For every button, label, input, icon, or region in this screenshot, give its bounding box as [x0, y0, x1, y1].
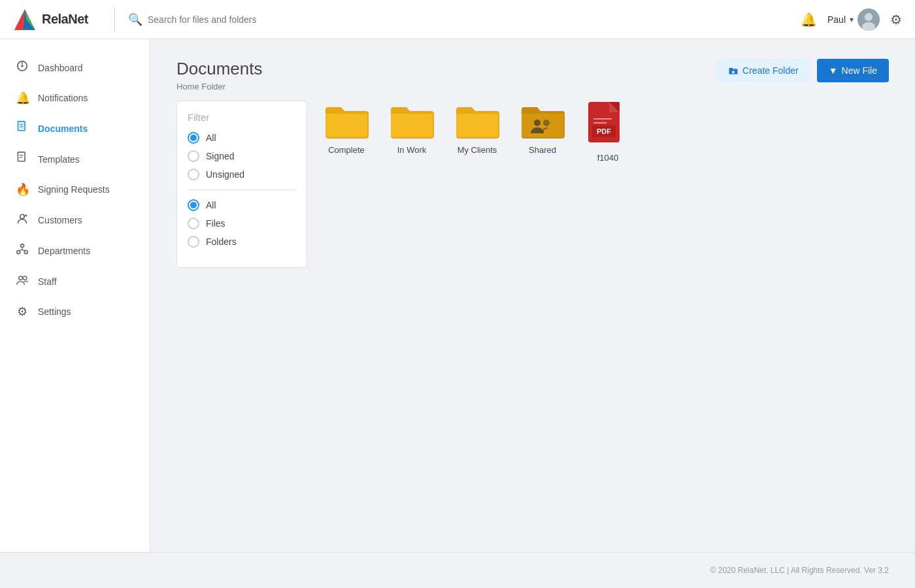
radio-files: [188, 218, 199, 229]
filter-files[interactable]: Files: [188, 218, 296, 229]
sidebar-item-staff[interactable]: Staff: [0, 266, 150, 297]
filter-all-type[interactable]: All: [188, 199, 296, 211]
filter-signed-label: Signed: [206, 151, 235, 161]
filter-divider: [188, 189, 296, 190]
sidebar-item-departments[interactable]: Departments: [0, 235, 150, 266]
file-icon: [16, 121, 29, 136]
folder-in-work[interactable]: In Work: [386, 101, 438, 163]
sidebar-item-signing-requests[interactable]: 🔥 Signing Requests: [0, 174, 150, 204]
user-menu[interactable]: Paul ▾: [827, 8, 880, 31]
svg-rect-14: [18, 152, 25, 161]
filter-folders[interactable]: Folders: [188, 236, 296, 248]
sidebar-label-staff: Staff: [38, 276, 57, 287]
notification-bell-icon[interactable]: 🔔: [801, 12, 817, 27]
folder-complete-icon: [323, 101, 370, 140]
svg-point-18: [25, 214, 27, 216]
create-folder-button[interactable]: Create Folder: [716, 59, 810, 82]
search-input[interactable]: [148, 14, 344, 25]
page-title-area: Documents Home Folder: [176, 59, 263, 91]
logo[interactable]: RelaNet: [13, 8, 88, 31]
customers-icon: [16, 212, 29, 227]
svg-point-29: [534, 120, 541, 126]
filter-unsigned[interactable]: Unsigned: [188, 169, 296, 180]
sidebar-item-notifications[interactable]: 🔔 Notifications: [0, 83, 150, 113]
layout: Dashboard 🔔 Notifications Documents Temp…: [0, 39, 915, 552]
new-file-label: New File: [842, 65, 877, 76]
create-folder-label: Create Folder: [742, 65, 799, 76]
folder-shared[interactable]: Shared: [516, 101, 569, 163]
new-file-arrow-icon: ▼: [829, 65, 838, 76]
page-header: Documents Home Folder Create Folder ▼ Ne…: [176, 59, 889, 91]
svg-line-24: [22, 250, 26, 251]
template-icon: [16, 152, 29, 167]
svg-point-20: [17, 250, 20, 253]
folder-in-work-label: In Work: [397, 145, 427, 155]
filter-title: Filter: [188, 112, 296, 123]
folder-complete-label: Complete: [328, 145, 365, 155]
radio-signed: [188, 150, 199, 162]
svg-point-26: [23, 276, 27, 280]
folder-in-work-icon: [388, 101, 435, 140]
folder-complete[interactable]: Complete: [320, 101, 373, 163]
header-right: 🔔 Paul ▾ ⚙: [801, 8, 902, 31]
folder-shared-icon: [519, 101, 566, 140]
logo-text: RelaNet: [42, 12, 88, 27]
sidebar-item-dashboard[interactable]: Dashboard: [0, 52, 150, 83]
content-area: Filter All Signed Unsigned: [176, 101, 889, 268]
svg-point-25: [19, 276, 23, 280]
radio-all-sig: [188, 132, 199, 144]
logo-icon: [13, 8, 37, 31]
svg-point-30: [543, 120, 550, 126]
main-content: Documents Home Folder Create Folder ▼ Ne…: [150, 39, 915, 552]
file-f1040-label: f1040: [597, 153, 619, 163]
filter-all-sig-label: All: [206, 133, 216, 143]
type-filter-group: All Files Folders: [188, 199, 296, 248]
sidebar-item-customers[interactable]: Customers: [0, 204, 150, 235]
sidebar-label-templates: Templates: [38, 154, 80, 165]
filter-files-label: Files: [206, 218, 225, 229]
user-name: Paul: [827, 14, 846, 25]
radio-unsigned: [188, 169, 199, 180]
folder-my-clients-label: My Clients: [458, 145, 497, 155]
sidebar-item-templates[interactable]: Templates: [0, 144, 150, 174]
new-file-button[interactable]: ▼ New File: [817, 59, 889, 82]
svg-point-6: [865, 13, 873, 21]
sidebar-label-documents: Documents: [38, 123, 88, 134]
search-icon: 🔍: [128, 12, 142, 27]
sidebar-item-documents[interactable]: Documents: [0, 113, 150, 144]
folder-shared-label: Shared: [529, 145, 556, 155]
svg-point-19: [21, 244, 24, 248]
radio-folders: [188, 236, 199, 248]
svg-point-21: [24, 250, 27, 253]
radio-all-type: [188, 199, 199, 211]
signature-filter-group: All Signed Unsigned: [188, 132, 296, 180]
svg-rect-11: [18, 122, 25, 131]
folder-my-clients[interactable]: My Clients: [451, 101, 503, 163]
filter-signed[interactable]: Signed: [188, 150, 296, 162]
gear-icon: ⚙: [16, 304, 29, 319]
file-f1040[interactable]: PDF f1040: [582, 101, 634, 163]
avatar: [857, 8, 880, 31]
sidebar-item-settings[interactable]: ⚙ Settings: [0, 297, 150, 327]
filter-folders-label: Folders: [206, 237, 237, 247]
departments-icon: [16, 243, 29, 258]
sidebar-label-signing-requests: Signing Requests: [38, 184, 110, 195]
sidebar-label-customers: Customers: [38, 215, 82, 225]
sidebar: Dashboard 🔔 Notifications Documents Temp…: [0, 39, 150, 552]
filter-all-sig[interactable]: All: [188, 132, 296, 144]
flame-icon: 🔥: [16, 182, 29, 197]
svg-line-23: [18, 250, 22, 251]
sidebar-label-notifications: Notifications: [38, 93, 88, 103]
dashboard-icon: [16, 60, 29, 75]
page-actions: Create Folder ▼ New File: [716, 59, 889, 82]
folder-my-clients-icon: [454, 101, 501, 140]
search-area: 🔍: [128, 12, 801, 27]
settings-icon[interactable]: ⚙: [890, 12, 902, 27]
pdf-icon: PDF: [587, 101, 629, 148]
svg-point-17: [20, 214, 25, 219]
sidebar-label-settings: Settings: [38, 306, 71, 317]
staff-icon: [16, 274, 29, 289]
page-title: Documents: [176, 59, 263, 79]
footer: © 2020 RelaNet, LLC | All Rights Reserve…: [0, 552, 915, 588]
filter-panel: Filter All Signed Unsigned: [176, 101, 307, 268]
